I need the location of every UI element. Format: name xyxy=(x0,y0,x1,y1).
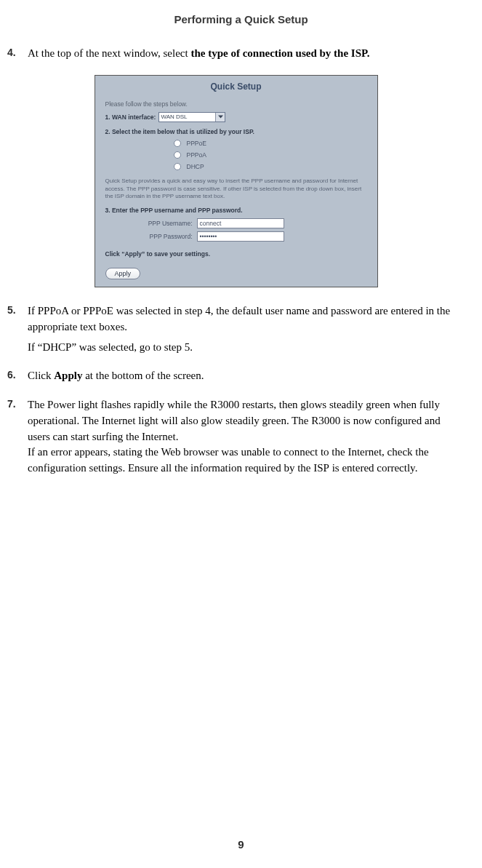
wan-interface-value: WAN DSL xyxy=(161,114,187,120)
quick-setup-panel: Quick Setup Please follow the steps belo… xyxy=(95,75,378,287)
quick-setup-description: Quick Setup provides a quick and easy wa… xyxy=(105,178,367,201)
radio-row-pppoa[interactable]: PPPoA xyxy=(174,151,367,159)
step-4-text-a: At the top of the next window, select xyxy=(28,47,190,59)
ppp-password-row: PPP Password: •••••••• xyxy=(140,231,367,242)
step-5: 5. If PPPoA or PPPoE was selected in ste… xyxy=(7,303,465,359)
step-6-text-a: Click xyxy=(28,370,54,381)
isp-radio-group: PPPoE PPPoA DHCP xyxy=(174,140,367,170)
radio-row-dhcp[interactable]: DHCP xyxy=(174,163,367,170)
ppp-username-row: PPP Username: connect xyxy=(140,218,367,228)
step-6-text-c: at the bottom of the screen. xyxy=(82,370,204,381)
ppp-password-label: PPP Password: xyxy=(140,233,193,240)
wan-interface-label: 1. WAN interface: xyxy=(105,114,156,121)
radio-row-pppoe[interactable]: PPPoE xyxy=(174,140,367,147)
step-4-text: At the top of the next window, select th… xyxy=(28,46,465,62)
section-3-label: 3. Enter the PPP username and PPP passwo… xyxy=(105,207,367,214)
radio-icon[interactable] xyxy=(174,163,181,170)
ppp-username-input[interactable]: connect xyxy=(197,218,284,228)
content-area: 4. At the top of the next window, select… xyxy=(0,46,482,481)
radio-label-pppoa: PPPoA xyxy=(187,151,206,159)
step-5-p1: If PPPoA or PPPoE was selected in step 4… xyxy=(28,303,465,335)
step-7-isp: ISP xyxy=(313,462,329,474)
follow-steps-text: Please follow the steps below. xyxy=(105,100,367,108)
step-6-text-bold: Apply xyxy=(54,370,82,381)
step-6: 6. Click Apply at the bottom of the scre… xyxy=(7,368,465,389)
radio-icon[interactable] xyxy=(174,151,181,159)
section-2-label: 2. Select the item below that is utilize… xyxy=(105,128,367,135)
ppp-password-input[interactable]: •••••••• xyxy=(197,231,284,242)
step-7-number: 7. xyxy=(7,397,28,481)
wan-interface-select[interactable]: WAN DSL xyxy=(158,112,225,122)
step-7: 7. The Power light flashes rapidly while… xyxy=(7,397,465,481)
radio-label-pppoe: PPPoE xyxy=(187,140,206,147)
step-4: 4. At the top of the next window, select… xyxy=(7,46,465,66)
step-7-p1a: The Power light flashes rapidly while th… xyxy=(28,399,441,442)
step-7-p1d: is entered correctly. xyxy=(329,462,417,474)
radio-label-dhcp: DHCP xyxy=(187,163,204,170)
ppp-username-label: PPP Username: xyxy=(140,220,193,227)
step-5-p2: If “DHCP” was selected, go to step 5. xyxy=(28,340,465,356)
step-5-number: 5. xyxy=(7,303,28,359)
svg-marker-0 xyxy=(218,116,223,119)
step-4-text-bold: the type of connection used by the ISP. xyxy=(190,47,369,59)
step-4-number: 4. xyxy=(7,46,28,66)
dropdown-arrow-icon[interactable] xyxy=(215,113,225,122)
apply-button[interactable]: Apply xyxy=(105,268,141,279)
step-7-p1: The Power light flashes rapidly while th… xyxy=(28,397,465,477)
click-apply-text: Click “Apply” to save your settings. xyxy=(105,250,367,258)
radio-icon[interactable] xyxy=(174,140,181,147)
quick-setup-title: Quick Setup xyxy=(95,76,377,96)
step-6-number: 6. xyxy=(7,368,28,389)
quick-setup-figure: Quick Setup Please follow the steps belo… xyxy=(7,75,465,287)
step-6-text: Click Apply at the bottom of the screen. xyxy=(28,368,465,384)
page-number: 9 xyxy=(0,838,482,851)
page-header: Performing a Quick Setup xyxy=(0,0,482,46)
